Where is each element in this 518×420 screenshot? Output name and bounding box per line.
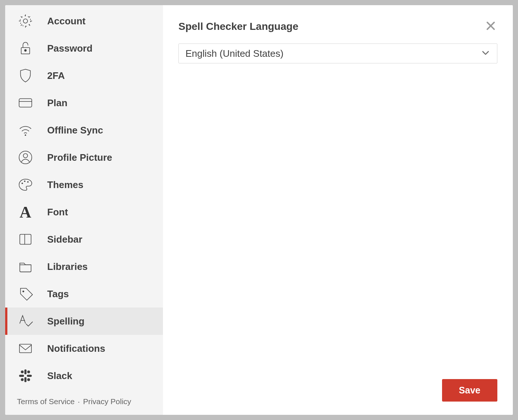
mail-icon [16, 339, 35, 358]
panel-header: Spell Checker Language [163, 5, 513, 34]
svg-point-0 [23, 19, 28, 23]
svg-rect-4 [19, 99, 32, 107]
sidebar-item-label: Account [47, 15, 86, 27]
sidebar-item-password[interactable]: Password [5, 35, 163, 62]
sidebar-item-spelling[interactable]: Spelling [5, 308, 163, 335]
sidebar-item-tags[interactable]: Tags [5, 280, 163, 308]
sidebar-item-label: Font [47, 206, 68, 218]
main-panel: Spell Checker Language English (United S… [163, 5, 513, 415]
close-icon [486, 26, 496, 32]
terms-of-service-link[interactable]: Terms of Service [17, 397, 74, 406]
svg-point-21 [27, 371, 30, 374]
svg-point-22 [21, 378, 24, 381]
sidebar-item-label: Tags [47, 288, 69, 300]
palette-icon [16, 176, 35, 194]
sidebar-item-label: Notifications [47, 343, 105, 354]
sidebar-item-label: Plan [47, 97, 67, 109]
font-icon: A [16, 203, 35, 221]
spellcheck-icon [16, 312, 35, 330]
svg-rect-15 [20, 344, 32, 353]
sidebar-item-label: Themes [47, 179, 83, 191]
folder-icon [16, 257, 35, 276]
svg-point-9 [21, 183, 23, 184]
sidebar-item-libraries[interactable]: Libraries [5, 253, 163, 280]
svg-point-23 [27, 378, 30, 381]
svg-point-11 [27, 181, 29, 183]
svg-rect-19 [27, 375, 32, 377]
slack-icon [16, 367, 35, 385]
lock-icon [16, 39, 35, 58]
sidebar-item-plan[interactable]: Plan [5, 89, 163, 117]
sidebar-item-label: Offline Sync [47, 125, 103, 136]
settings-dialog: Account Password 2FA [5, 5, 513, 415]
footer-separator: · [78, 397, 80, 406]
svg-point-14 [22, 291, 24, 292]
sidebar-item-sidebar[interactable]: Sidebar [5, 226, 163, 253]
language-select[interactable]: English (United States) [178, 44, 497, 63]
svg-point-20 [21, 371, 24, 374]
sidebar-item-themes[interactable]: Themes [5, 171, 163, 198]
svg-rect-16 [24, 369, 27, 374]
sidebar-list: Account Password 2FA [5, 7, 163, 391]
sidebar-item-label: Spelling [47, 316, 84, 327]
panel-footer: Save [163, 379, 513, 415]
columns-icon [16, 230, 35, 249]
gear-icon [16, 12, 35, 30]
sidebar-item-2fa[interactable]: 2FA [5, 62, 163, 89]
sidebar-item-label: Libraries [47, 261, 88, 273]
chevron-down-icon [481, 48, 490, 59]
shield-icon [16, 66, 35, 85]
close-button[interactable] [484, 19, 497, 34]
sidebar-item-label: Slack [47, 370, 72, 382]
sidebar-footer: Terms of Service · Privacy Policy [5, 391, 163, 415]
sidebar-item-offline-sync[interactable]: Offline Sync [5, 117, 163, 144]
svg-rect-18 [19, 375, 24, 377]
sidebar-item-slack[interactable]: Slack [5, 362, 163, 389]
avatar-icon [16, 148, 35, 167]
sidebar-item-label: Password [47, 43, 93, 54]
sidebar-item-label: 2FA [47, 70, 65, 81]
svg-rect-12 [20, 235, 31, 244]
card-icon [16, 94, 35, 112]
sidebar-item-notifications[interactable]: Notifications [5, 335, 163, 362]
sidebar-item-label: Profile Picture [47, 152, 112, 163]
svg-point-3 [25, 49, 27, 51]
svg-point-8 [23, 153, 28, 158]
privacy-policy-link[interactable]: Privacy Policy [83, 397, 131, 406]
panel-title: Spell Checker Language [178, 21, 298, 32]
sidebar-item-profile-picture[interactable]: Profile Picture [5, 144, 163, 171]
panel-body: English (United States) [163, 34, 513, 379]
tag-icon [16, 285, 35, 303]
save-button[interactable]: Save [442, 379, 497, 402]
sidebar: Account Password 2FA [5, 5, 163, 415]
sidebar-item-label: Sidebar [47, 234, 82, 245]
language-select-value: English (United States) [185, 48, 481, 59]
svg-rect-17 [24, 377, 27, 382]
svg-point-7 [19, 151, 32, 164]
sidebar-item-font[interactable]: A Font [5, 198, 163, 226]
svg-point-6 [25, 135, 26, 136]
wifi-icon [16, 121, 35, 139]
svg-point-10 [24, 181, 25, 182]
sidebar-item-account[interactable]: Account [5, 7, 163, 35]
